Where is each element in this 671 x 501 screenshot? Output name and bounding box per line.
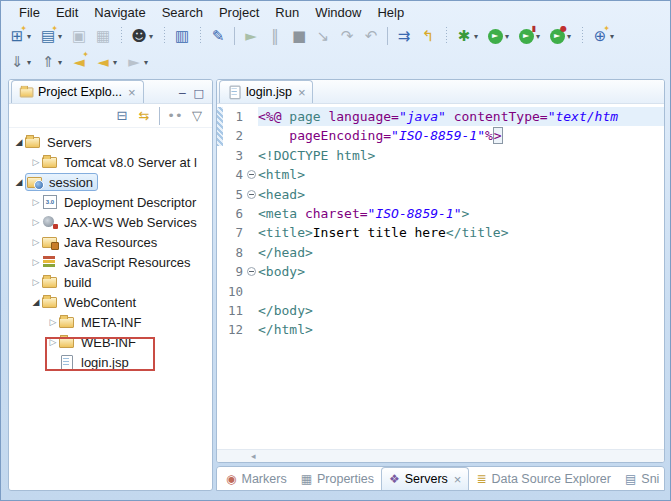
code-text: pageEncoding="ISO-8859-1"%> [258, 126, 664, 145]
tree-item-tomcat-v8-0-server-at-l[interactable]: ▷Tomcat v8.0 Server at l [9, 152, 212, 172]
new-menu-button[interactable]: ▤✦ [36, 25, 60, 47]
collapse-all-button[interactable]: ⊟ [111, 105, 133, 127]
suspend-button[interactable]: ‖ [263, 25, 287, 47]
expander-closed-icon[interactable]: ▷ [30, 277, 42, 287]
code-line-4[interactable]: 4<html> [217, 165, 664, 184]
menu-run[interactable]: Run [267, 3, 307, 22]
code-line-2[interactable]: 2 pageEncoding="ISO-8859-1"%> [217, 126, 664, 145]
tree-item-servers[interactable]: ◢Servers [9, 132, 212, 152]
code-line-7[interactable]: 7<title>Insert title here</title> [217, 223, 664, 242]
tree-item-label: Deployment Descriptor [63, 195, 196, 210]
code-line-8[interactable]: 8</head> [217, 243, 664, 262]
expander-closed-icon[interactable]: ▷ [30, 217, 42, 227]
tab-project-explorer[interactable]: Project Explo... × [11, 80, 144, 103]
close-icon[interactable]: × [128, 86, 136, 99]
focus-on-active-task-button[interactable]: •• [164, 105, 186, 127]
toolbar-grip [580, 27, 584, 45]
coverage-badge-icon: ▮ [532, 25, 536, 33]
tree-item-session[interactable]: ◢session [9, 172, 212, 192]
markers-icon: ◉ [226, 473, 236, 485]
close-icon[interactable]: × [298, 86, 306, 99]
next-annotation-button[interactable]: ⇓ [5, 51, 29, 73]
code-line-10[interactable]: 10 [217, 282, 664, 301]
debug-button[interactable]: ✱ [452, 25, 476, 47]
new-wizard-button[interactable]: ⊞✦ [5, 25, 29, 47]
expander-closed-icon[interactable]: ▷ [30, 157, 42, 167]
menu-file[interactable]: File [11, 3, 48, 22]
line-number: 9 [217, 262, 245, 281]
code-line-1[interactable]: 1<%@ page language="java" contentType="t… [217, 107, 664, 126]
code-line-11[interactable]: 11</body> [217, 301, 664, 320]
coverage-button[interactable]: ►▮ [514, 25, 538, 47]
view-menu-button[interactable]: ▽ [186, 105, 208, 127]
menu-help[interactable]: Help [369, 3, 412, 22]
skip-all-breakpoints-button[interactable]: ⇉ [392, 25, 416, 47]
scroll-left-icon[interactable]: ◂ [251, 451, 256, 461]
save-button[interactable]: ▣ [67, 25, 91, 47]
link-with-editor-button[interactable]: ⇆ [133, 105, 155, 127]
toolbar-grip [119, 27, 123, 45]
menu-edit[interactable]: Edit [48, 3, 86, 22]
tree-item-javascript-resources[interactable]: ▷JavaScript Resources [9, 252, 212, 272]
step-return-button[interactable]: ↶ [359, 25, 383, 47]
tree-item-webcontent[interactable]: ◢WebContent [9, 292, 212, 312]
maximize-icon[interactable]: □ [194, 88, 204, 99]
tab-markers[interactable]: ◉Markers [219, 468, 294, 490]
save-all-button[interactable]: ▦ [91, 25, 115, 47]
back-button[interactable]: ◄ [91, 51, 115, 73]
menu-window[interactable]: Window [307, 3, 369, 22]
new-web-browser-button[interactable]: ⊕✦ [588, 25, 612, 47]
tree-item-meta-inf[interactable]: ▷META-INF [9, 312, 212, 332]
close-icon[interactable]: × [454, 473, 462, 486]
code-line-3[interactable]: 3<!DOCTYPE html> [217, 146, 664, 165]
tab-properties[interactable]: ▦Properties [294, 468, 381, 490]
fold-collapse-icon[interactable] [245, 165, 258, 184]
run-button[interactable]: ► [483, 25, 507, 47]
resume-button[interactable]: ► [239, 25, 263, 47]
open-console-button[interactable]: ▥ [170, 25, 194, 47]
step-into-icon: ↘ [317, 29, 330, 44]
expander-open-icon[interactable]: ◢ [13, 137, 25, 147]
minimize-icon[interactable]: ─ [179, 88, 186, 99]
forward-button[interactable]: ► [122, 51, 146, 73]
expander-closed-icon[interactable]: ▷ [47, 317, 59, 327]
expander-open-icon[interactable]: ◢ [13, 177, 25, 187]
code-line-9[interactable]: 9<body> [217, 262, 664, 281]
menu-project[interactable]: Project [211, 3, 267, 22]
previous-annotation-button[interactable]: ⇑ [36, 51, 60, 73]
expander-closed-icon[interactable]: ▷ [30, 237, 42, 247]
step-over-button[interactable]: ↷ [335, 25, 359, 47]
toggle-mark-occurrences-button[interactable]: ✎ [206, 25, 230, 47]
tab-data-source-explorer[interactable]: ≣Data Source Explorer [469, 468, 618, 490]
tree-item-build[interactable]: ▷build [9, 272, 212, 292]
tab-login-jsp[interactable]: login.jsp × [219, 80, 313, 103]
profile-button[interactable]: ►● [545, 25, 569, 47]
menu-search[interactable]: Search [154, 3, 211, 22]
tree-item-java-resources[interactable]: ▷Java Resources [9, 232, 212, 252]
last-edit-location-button[interactable]: ◄✦ [67, 51, 91, 73]
code-line-5[interactable]: 5<head> [217, 185, 664, 204]
selected-tree-item[interactable]: session [25, 173, 98, 191]
code-line-6[interactable]: 6<meta charset="ISO-8859-1"> [217, 204, 664, 223]
horizontal-scrollbar[interactable]: ◂ [217, 449, 664, 462]
code-editor[interactable]: 1<%@ page language="java" contentType="t… [217, 104, 664, 454]
editor-tab-label: login.jsp [246, 85, 292, 99]
tree-item-jax-ws-web-services[interactable]: ▷JAX-WS Web Services [9, 212, 212, 232]
deployment-descriptor-icon [42, 195, 59, 209]
expander-open-icon[interactable]: ◢ [30, 297, 42, 307]
step-into-button[interactable]: ↘ [311, 25, 335, 47]
tree-item-deployment-descriptor[interactable]: ▷Deployment Descriptor [9, 192, 212, 212]
fold-collapse-icon[interactable] [245, 185, 258, 204]
menu-navigate[interactable]: Navigate [86, 3, 153, 22]
properties-icon: ▦ [301, 473, 312, 485]
terminate-button[interactable]: ■ [287, 25, 311, 47]
drop-to-frame-button[interactable]: ↰ [416, 25, 440, 47]
fold-collapse-icon[interactable] [245, 262, 258, 281]
tab-servers[interactable]: ❖Servers× [381, 467, 469, 490]
tab-sni[interactable]: ▤Sni [618, 468, 665, 490]
code-line-12[interactable]: 12</html> [217, 320, 664, 339]
expander-closed-icon[interactable]: ▷ [30, 257, 42, 267]
expander-closed-icon[interactable]: ▷ [30, 197, 42, 207]
user-account-button[interactable]: ☻ [127, 25, 151, 47]
bottom-tab-label: Data Source Explorer [491, 472, 611, 486]
